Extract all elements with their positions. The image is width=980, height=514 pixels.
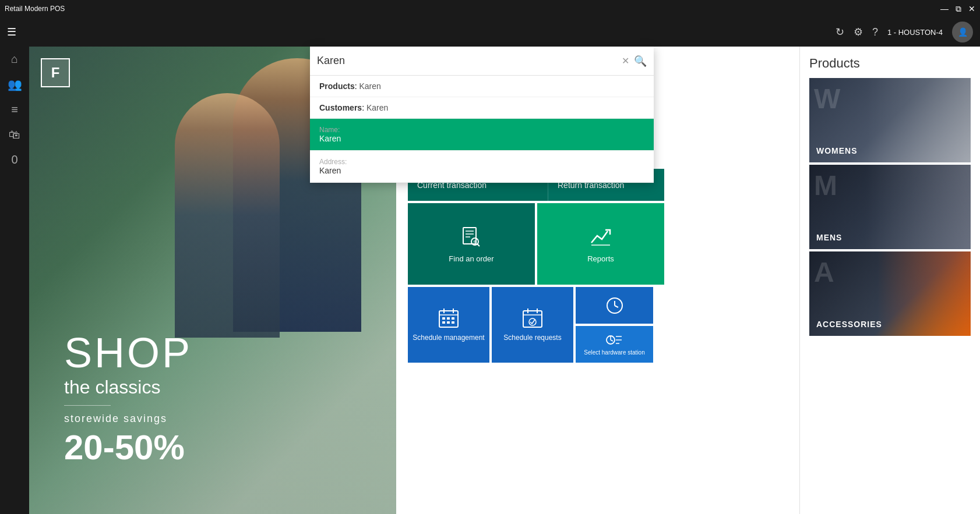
svg-point-6: [474, 240, 477, 243]
hero-savings-text: storewide savings: [64, 413, 192, 425]
hero-percent-text: 20-50%: [64, 427, 192, 467]
svg-rect-14: [452, 317, 454, 320]
person-2: [175, 93, 280, 338]
products-title: Products: [809, 56, 971, 71]
svg-line-28: [611, 340, 613, 341]
settings-icon[interactable]: ⚙: [854, 26, 863, 38]
product-mens-card[interactable]: M MENS: [809, 165, 971, 249]
clock-icon: [606, 297, 623, 314]
find-order-tile[interactable]: Find an order: [408, 203, 535, 285]
mens-label: MENS: [816, 233, 842, 242]
products-category-label: Products: [319, 81, 355, 91]
sidebar-customers-icon[interactable]: 👥: [8, 77, 22, 91]
sidebar-zero-badge: 0: [11, 153, 17, 166]
maximize-button[interactable]: ⧉: [956, 4, 961, 14]
search-wrapper: ✕ 🔍 Products: Karen Customers: Karen Nam…: [310, 47, 654, 183]
accessories-label: ACCESSORIES: [816, 320, 882, 329]
hero-divider: [64, 405, 111, 406]
dropdown-customers-category[interactable]: Customers: Karen: [310, 97, 654, 119]
search-dropdown: Products: Karen Customers: Karen Name: K…: [310, 76, 654, 183]
svg-rect-17: [452, 321, 454, 324]
store-info: 1 - HOUSTON-4: [887, 28, 943, 37]
svg-point-22: [529, 318, 536, 325]
select-hw-label: Select hardware station: [584, 349, 645, 356]
search-clear-button[interactable]: ✕: [622, 55, 629, 66]
svg-line-5: [477, 244, 480, 246]
svg-rect-16: [447, 321, 450, 324]
help-icon[interactable]: ?: [872, 26, 878, 38]
app-title: Retail Modern POS: [5, 5, 65, 13]
find-order-icon: [460, 225, 483, 249]
window-controls: — ⧉ ✕: [940, 4, 975, 14]
schedule-req-icon: [521, 307, 544, 329]
bottom-tiles-container: Schedule management Schedule requests: [408, 287, 664, 363]
select-hw-icon: [606, 333, 623, 347]
schedule-requests-tile[interactable]: Schedule requests: [492, 287, 573, 363]
svg-rect-12: [442, 317, 445, 320]
reports-icon: [589, 225, 612, 249]
dropdown-products-category[interactable]: Products: Karen: [310, 76, 654, 97]
search-bar: ✕ 🔍: [310, 47, 654, 76]
name-value: Karen: [319, 134, 644, 143]
search-submit-button[interactable]: 🔍: [634, 55, 647, 68]
mens-initial: M: [814, 169, 837, 201]
close-button[interactable]: ✕: [968, 4, 975, 14]
refresh-icon[interactable]: ↻: [836, 26, 844, 38]
products-panel: Products W WOMENS M MENS A ACCESSORIES: [799, 47, 980, 514]
main-layout: ⌂ 👥 ≡ 🛍 0 F SHOP the classics storewide …: [0, 47, 980, 514]
sidebar-bag-icon[interactable]: 🛍: [9, 128, 20, 141]
schedule-mgmt-label: Schedule management: [413, 334, 484, 343]
dropdown-item-name[interactable]: Name: Karen: [310, 119, 654, 151]
find-order-label: Find an order: [449, 254, 493, 263]
title-bar: Retail Modern POS — ⧉ ✕: [0, 0, 980, 17]
customers-category-label: Customers: [319, 103, 362, 112]
svg-rect-13: [447, 317, 450, 320]
content-area: F SHOP the classics storewide savings 20…: [29, 47, 980, 514]
schedule-management-tile[interactable]: Schedule management: [408, 287, 489, 363]
accessories-initial: A: [814, 256, 834, 288]
address-value: Karen: [319, 166, 644, 175]
svg-line-25: [615, 306, 618, 307]
avatar[interactable]: 👤: [952, 22, 973, 42]
hero-overlay: SHOP the classics storewide savings 20-5…: [64, 329, 192, 467]
hero-shop-text: SHOP: [64, 329, 192, 377]
clock-tiles-pair: Select hardware station: [576, 287, 653, 363]
dropdown-item-address[interactable]: Address: Karen: [310, 151, 654, 183]
sidebar: ⌂ 👥 ≡ 🛍 0: [0, 47, 29, 514]
search-input[interactable]: [317, 55, 622, 67]
select-hardware-tile[interactable]: Select hardware station: [576, 326, 653, 363]
womens-initial: W: [814, 83, 840, 115]
reports-label: Reports: [587, 254, 614, 263]
hero-f-badge: F: [41, 58, 70, 87]
hero-classics-text: the classics: [64, 377, 192, 398]
schedule-req-label: Schedule requests: [503, 334, 561, 343]
menu-button[interactable]: ☰: [7, 26, 16, 38]
svg-rect-15: [442, 321, 445, 324]
sidebar-menu-icon[interactable]: ≡: [11, 103, 18, 116]
product-accessories-card[interactable]: A ACCESSORIES: [809, 251, 971, 336]
main-tiles-grid: Find an order Reports: [408, 203, 664, 285]
womens-label: WOMENS: [816, 146, 858, 155]
nav-bar: ☰ ↻ ⚙ ? 1 - HOUSTON-4 👤: [0, 17, 980, 47]
svg-rect-18: [523, 311, 542, 327]
minimize-button[interactable]: —: [940, 4, 949, 14]
name-label: Name:: [319, 126, 644, 134]
schedule-mgmt-icon: [438, 307, 460, 329]
reports-tile[interactable]: Reports: [537, 203, 664, 285]
product-womens-card[interactable]: W WOMENS: [809, 78, 971, 162]
sidebar-home-icon[interactable]: ⌂: [11, 52, 18, 66]
time-clock-tile[interactable]: [576, 287, 653, 324]
address-label: Address:: [319, 158, 644, 166]
